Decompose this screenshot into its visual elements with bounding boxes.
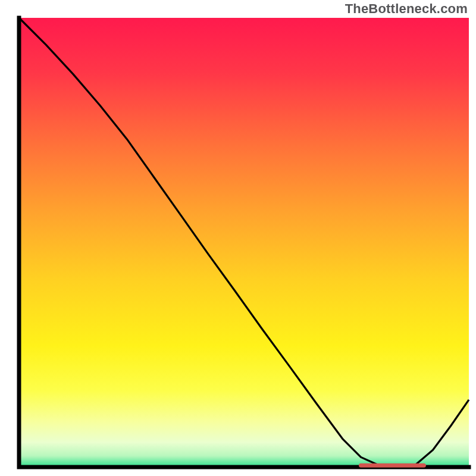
plot-area	[19, 18, 469, 467]
bottleneck-chart	[0, 0, 476, 476]
chart-container: TheBottleneck.com	[0, 0, 476, 476]
gradient-background	[19, 18, 469, 467]
